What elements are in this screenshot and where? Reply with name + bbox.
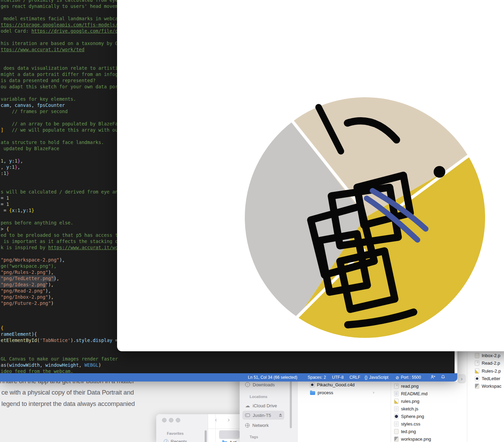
code-line: :1} [1, 170, 9, 176]
sidebar-scrollbar[interactable] [290, 381, 292, 428]
code-line: etElementById('TabNotice').style.display… [1, 337, 132, 343]
file-row[interactable]: Sphere.png [394, 413, 424, 419]
list-item[interactable]: Acti [222, 440, 237, 442]
zoom-button[interactable] [176, 418, 180, 422]
eject-icon[interactable] [278, 413, 283, 417]
braces-icon: {} [365, 375, 367, 380]
file-dot-icon [475, 376, 479, 381]
code-line: might a data portrait differ from an inf… [1, 71, 129, 77]
status-cursor-position[interactable]: Ln 51, Col 34 (66 selected) [248, 373, 297, 382]
code-line: { [1, 325, 3, 331]
folder-icon [310, 391, 315, 395]
file-row[interactable]: Workspac [475, 383, 502, 389]
text-lines-icon [394, 391, 399, 396]
code-line: // an array to be populated by BlazeFace… [1, 121, 132, 127]
file-name: read.png [401, 384, 419, 389]
code-line: ttps://storage.googleapis.com/tfjs-model… [1, 22, 132, 28]
sketch-preview-window [117, 0, 504, 351]
forward-chevron-icon[interactable]: › [228, 416, 230, 423]
sidebar-section-header: Tags [250, 435, 258, 439]
image-light-icon [475, 353, 479, 358]
file-row[interactable]: Inbox-2.p [475, 352, 500, 358]
code-line: = {x:1,y:1} [1, 207, 34, 213]
file-row[interactable]: ted.png [394, 428, 416, 434]
status-encoding[interactable]: UTF-8 [332, 373, 344, 382]
folder-name: Acti [229, 440, 237, 442]
code-line: "png/Read-2.png"), [1, 288, 51, 294]
sidebar-item-recents[interactable]: Recents [164, 439, 187, 442]
file-row[interactable]: TedLetter [475, 375, 500, 382]
code-line: ges react dynamically to users' head mov… [1, 3, 129, 9]
file-row[interactable]: README.md [394, 390, 427, 397]
image-gray-icon [475, 384, 479, 389]
code-line: pens before anything else. [1, 220, 73, 226]
file-name: process [318, 390, 333, 395]
file-row[interactable]: Rules-2.p [475, 368, 501, 374]
finder-scroll-right-button[interactable]: › [458, 374, 466, 383]
status-indentation[interactable]: Spaces: 2 [308, 373, 326, 382]
text-plain-icon [394, 406, 399, 411]
code-line: = 1 [1, 195, 9, 201]
file-row[interactable]: styles.css [394, 421, 420, 427]
code-line: 1, y:1}, [1, 158, 23, 164]
code-line: "png/Inbox-2.png"), [1, 294, 54, 300]
text-plain-icon [394, 421, 399, 427]
file-row[interactable]: read.png [394, 383, 419, 389]
code-line: ge("workspace.png"), [1, 263, 57, 269]
code-line: ttps://www.accurat.it/work/ted [1, 46, 84, 53]
background-text-line: ce with a physical copy of their Data Po… [1, 389, 134, 396]
image-white-icon [475, 361, 479, 366]
code-line: ed to be preloaded so that p5 has access… [1, 232, 132, 238]
status-language-mode[interactable]: {}JavaScript [365, 373, 388, 382]
file-row[interactable]: process [310, 389, 333, 396]
sidebar-item-network[interactable]: Network [245, 422, 269, 429]
scrollbar[interactable] [205, 430, 207, 442]
downloads-icon: ↓ [245, 382, 250, 387]
file-row[interactable]: rules.png [394, 398, 419, 404]
file-row[interactable]: sketch.js [394, 406, 419, 412]
code-line: model estimates facial landmarks in webc… [1, 15, 132, 22]
sidebar-item-downloads[interactable]: ↓Downloads [245, 381, 275, 388]
clock-icon [164, 439, 168, 442]
file-name: styles.css [401, 421, 420, 427]
file-name: Pikachu_Good.c4d [317, 382, 355, 387]
code-line: "png/Workspace-2.png"), [1, 257, 65, 263]
file-name: ted.png [401, 429, 416, 434]
code-line: "png/Future-2.png") [1, 300, 54, 306]
status-notifications[interactable] [441, 373, 445, 382]
file-name: Read-2.p [482, 361, 500, 366]
file-row[interactable]: workspace.png [394, 436, 431, 442]
status-feedback[interactable] [431, 373, 435, 382]
image-light-icon [394, 429, 399, 434]
code-line: "png/TedLetter.png"), [1, 275, 59, 281]
status-eol[interactable]: CRLF [350, 373, 360, 382]
file-dot-icon [310, 382, 314, 387]
code-line: ideo feed from the webcam. [1, 368, 73, 373]
back-chevron-icon[interactable]: ‹ [215, 416, 217, 423]
divider [208, 414, 208, 442]
file-name: Workspac [482, 384, 502, 389]
file-name: Sphere.png [401, 414, 424, 419]
code-line: ata structure to hold face landmarks. [1, 139, 104, 145]
minimize-button[interactable] [169, 418, 173, 422]
code-line: odel Card: https://drive.google.com/file… [1, 28, 132, 34]
globe-icon [245, 423, 250, 428]
code-line: "png/Rules-2.png"), [1, 269, 54, 275]
file-name: README.md [401, 391, 427, 396]
sidebar-item-label: Justin-T5 [253, 413, 271, 418]
sidebar-item-label: iCloud Drive [253, 403, 277, 408]
file-name: workspace.png [401, 437, 431, 442]
sidebar-item-icloud-drive[interactable]: ☁iCloud Drive [245, 402, 277, 409]
background-text-line: legend to interpret the data always acco… [1, 400, 135, 408]
file-name: rules.png [401, 399, 419, 404]
file-row[interactable]: Read-2.p [475, 360, 500, 366]
sidebar-item-label: Network [252, 423, 269, 428]
status-live-server-port[interactable]: ⊘Port : 5500 [396, 373, 421, 382]
p5-sketch-canvas[interactable] [117, 0, 504, 351]
image-yellow-icon [475, 368, 479, 374]
close-button[interactable] [162, 418, 167, 422]
code-line: k is inspired by https://www.accurat.it/… [1, 244, 132, 251]
sidebar-item-justin-t5[interactable]: Justin-T5 [245, 412, 283, 419]
file-row[interactable]: Pikachu_Good.c4d [310, 382, 355, 388]
image-white-icon [394, 384, 399, 389]
